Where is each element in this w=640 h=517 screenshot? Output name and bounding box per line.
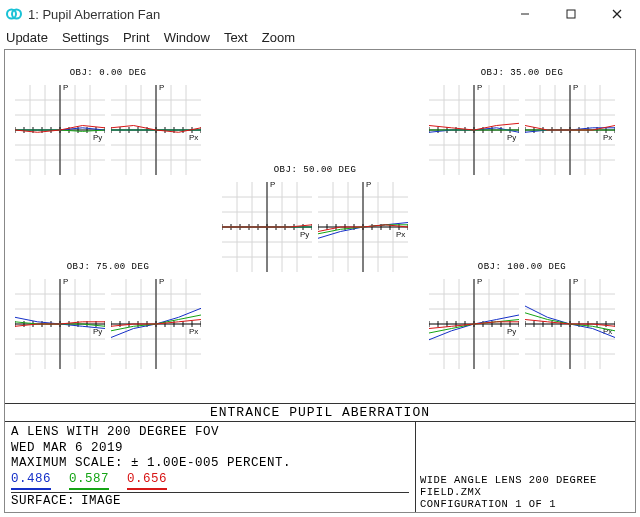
pair-title: OBJ: 50.00 DEG	[274, 165, 357, 175]
surface-value: IMAGE	[81, 494, 121, 510]
info-left: A LENS WITH 200 DEGREE FOV WED MAR 6 201…	[5, 422, 415, 512]
x-fan: PPx	[525, 80, 615, 180]
menu-window[interactable]: Window	[164, 30, 210, 45]
svg-text:Px: Px	[603, 133, 612, 142]
svg-text:P: P	[270, 180, 275, 189]
pair-title: OBJ: 100.00 DEG	[478, 262, 567, 272]
svg-text:P: P	[159, 277, 164, 286]
x-fan: PPx	[318, 177, 408, 277]
config-line: CONFIGURATION 1 OF 1	[420, 498, 631, 510]
surface-line: SURFACE: IMAGE	[11, 492, 409, 510]
minimize-button[interactable]	[502, 0, 548, 28]
pair-title: OBJ: 75.00 DEG	[67, 262, 150, 272]
pair-obj-0: OBJ: 0.00 DEG PPy PPx	[15, 68, 201, 180]
app-icon	[6, 6, 22, 22]
wavelength-legend: 0.486 0.587 0.656	[11, 472, 409, 491]
close-button[interactable]	[594, 0, 640, 28]
svg-text:P: P	[63, 277, 68, 286]
pair-obj-35: OBJ: 35.00 DEG PPy PPx	[429, 68, 615, 180]
menubar: Update Settings Print Window Text Zoom	[0, 28, 640, 49]
svg-text:Py: Py	[507, 327, 516, 336]
svg-text:P: P	[477, 83, 482, 92]
x-fan: PPx	[525, 274, 615, 374]
plot-area[interactable]: OBJ: 0.00 DEG PPy PPx OBJ: 35.00 DEG PPy…	[5, 50, 635, 403]
x-fan: PPx	[111, 274, 201, 374]
pair-title: OBJ: 0.00 DEG	[70, 68, 147, 78]
wavelength-green: 0.587	[69, 472, 109, 491]
titlebar: 1: Pupil Aberration Fan	[0, 0, 640, 28]
info-right: WIDE ANGLE LENS 200 DEGREE FIELD.ZMX CON…	[415, 422, 635, 512]
pair-title: OBJ: 35.00 DEG	[481, 68, 564, 78]
wavelength-red: 0.656	[127, 472, 167, 491]
menu-print[interactable]: Print	[123, 30, 150, 45]
y-fan: PPy	[429, 274, 519, 374]
chart-caption: ENTRANCE PUPIL ABERRATION	[5, 403, 635, 422]
file-name: WIDE ANGLE LENS 200 DEGREE FIELD.ZMX	[420, 474, 631, 498]
svg-text:P: P	[63, 83, 68, 92]
y-fan: PPy	[429, 80, 519, 180]
svg-text:P: P	[573, 277, 578, 286]
svg-text:Px: Px	[189, 327, 198, 336]
svg-text:P: P	[573, 83, 578, 92]
menu-zoom[interactable]: Zoom	[262, 30, 295, 45]
svg-text:P: P	[159, 83, 164, 92]
app-window: 1: Pupil Aberration Fan Update Settings …	[0, 0, 640, 517]
lens-title: A LENS WITH 200 DEGREE FOV	[11, 425, 409, 441]
menu-update[interactable]: Update	[6, 30, 48, 45]
svg-text:P: P	[477, 277, 482, 286]
x-fan: PPx	[111, 80, 201, 180]
y-fan: PPy	[222, 177, 312, 277]
svg-text:Py: Py	[507, 133, 516, 142]
svg-text:Px: Px	[396, 230, 405, 239]
menu-settings[interactable]: Settings	[62, 30, 109, 45]
info-block: A LENS WITH 200 DEGREE FOV WED MAR 6 201…	[5, 422, 635, 512]
svg-text:Px: Px	[189, 133, 198, 142]
date-line: WED MAR 6 2019	[11, 441, 409, 457]
maximize-button[interactable]	[548, 0, 594, 28]
menu-text[interactable]: Text	[224, 30, 248, 45]
pair-obj-50: OBJ: 50.00 DEG PPy PPx	[222, 165, 408, 277]
svg-rect-3	[567, 10, 575, 18]
pair-obj-75: OBJ: 75.00 DEG PPy PPx	[15, 262, 201, 374]
svg-text:P: P	[366, 180, 371, 189]
svg-line-4	[613, 10, 621, 18]
surface-label: SURFACE:	[11, 494, 75, 510]
wavelength-blue: 0.486	[11, 472, 51, 491]
svg-text:Py: Py	[300, 230, 309, 239]
window-title: 1: Pupil Aberration Fan	[28, 7, 160, 22]
scale-line: MAXIMUM SCALE: ± 1.00E-005 PERCENT.	[11, 456, 409, 472]
y-fan: PPy	[15, 80, 105, 180]
pair-obj-100: OBJ: 100.00 DEG PPy PPx	[429, 262, 615, 374]
content-frame: OBJ: 0.00 DEG PPy PPx OBJ: 35.00 DEG PPy…	[4, 49, 636, 513]
svg-text:Py: Py	[93, 133, 102, 142]
svg-line-5	[613, 10, 621, 18]
y-fan: PPy	[15, 274, 105, 374]
